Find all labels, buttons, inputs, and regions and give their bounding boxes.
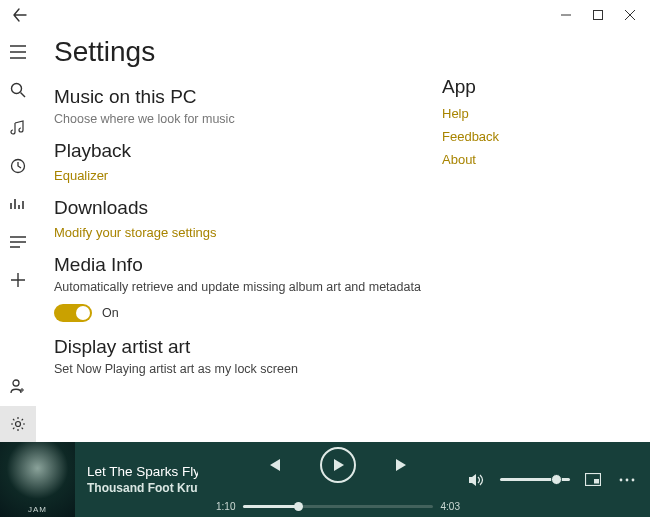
next-button[interactable] xyxy=(390,454,412,476)
section-artistart-body: Set Now Playing artist art as my lock sc… xyxy=(54,362,422,376)
previous-button[interactable] xyxy=(264,454,286,476)
play-icon xyxy=(331,458,345,472)
person-icon xyxy=(10,378,26,394)
svg-point-9 xyxy=(620,478,623,481)
sidebar-my-music[interactable] xyxy=(0,110,36,146)
sidebar xyxy=(0,30,36,442)
section-mediainfo-body: Automatically retrieve and update missin… xyxy=(54,280,422,294)
sidebar-search[interactable] xyxy=(0,72,36,108)
titlebar xyxy=(0,0,650,30)
search-icon xyxy=(10,82,26,98)
svg-point-11 xyxy=(632,478,635,481)
feedback-link[interactable]: Feedback xyxy=(442,129,632,144)
section-playback-head: Playback xyxy=(54,140,422,162)
time-total: 4:03 xyxy=(441,501,460,512)
sidebar-now-playing[interactable] xyxy=(0,186,36,222)
play-button[interactable] xyxy=(320,447,356,483)
equalizer-link[interactable]: Equalizer xyxy=(54,168,422,183)
time-elapsed: 1:10 xyxy=(216,501,235,512)
svg-rect-1 xyxy=(594,11,603,20)
bars-icon xyxy=(10,197,26,211)
svg-line-3 xyxy=(21,93,26,98)
fullscreen-icon xyxy=(585,473,601,486)
section-artistart-head: Display artist art xyxy=(54,336,422,358)
track-title: Let The Sparks Fly xyxy=(87,464,198,479)
mediainfo-toggle-label: On xyxy=(102,306,119,320)
app-section-head: App xyxy=(442,76,632,98)
progress-slider[interactable] xyxy=(243,505,432,508)
section-music-head: Music on this PC xyxy=(54,86,422,108)
album-art[interactable] xyxy=(0,442,75,517)
gear-icon xyxy=(10,416,26,432)
track-artist: Thousand Foot Krutch xyxy=(87,481,198,495)
volume-button[interactable] xyxy=(466,469,488,491)
section-mediainfo-head: Media Info xyxy=(54,254,422,276)
sidebar-playlists[interactable] xyxy=(0,224,36,260)
maximize-button[interactable] xyxy=(582,0,614,30)
help-link[interactable]: Help xyxy=(442,106,632,121)
svg-point-10 xyxy=(626,478,629,481)
section-music-sub: Choose where we look for music xyxy=(54,112,422,126)
fullscreen-button[interactable] xyxy=(582,469,604,491)
svg-rect-8 xyxy=(594,479,599,484)
settings-app-column: App Help Feedback About xyxy=(442,36,632,442)
about-link[interactable]: About xyxy=(442,152,632,167)
sidebar-recent[interactable] xyxy=(0,148,36,184)
volume-slider[interactable] xyxy=(500,478,570,481)
skip-forward-icon xyxy=(392,457,410,473)
minimize-button[interactable] xyxy=(550,0,582,30)
sidebar-hamburger[interactable] xyxy=(0,34,36,70)
storage-settings-link[interactable]: Modify your storage settings xyxy=(54,225,422,240)
skip-back-icon xyxy=(266,457,284,473)
clock-icon xyxy=(10,158,26,174)
now-playing-bar: Let The Sparks Fly Thousand Foot Krutch … xyxy=(0,442,650,517)
svg-point-2 xyxy=(12,84,22,94)
back-button[interactable] xyxy=(4,0,36,30)
more-icon xyxy=(619,478,635,482)
sidebar-account[interactable] xyxy=(0,368,36,404)
mediainfo-toggle[interactable] xyxy=(54,304,92,322)
more-button[interactable] xyxy=(616,469,638,491)
svg-point-5 xyxy=(13,380,19,386)
close-button[interactable] xyxy=(614,0,646,30)
settings-main-column: Settings Music on this PC Choose where w… xyxy=(54,36,422,442)
volume-icon xyxy=(468,472,486,488)
sidebar-new-playlist[interactable] xyxy=(0,262,36,298)
plus-icon xyxy=(10,272,26,288)
playlist-icon xyxy=(10,235,26,249)
section-downloads-head: Downloads xyxy=(54,197,422,219)
page-title: Settings xyxy=(54,36,422,68)
svg-point-6 xyxy=(16,422,21,427)
sidebar-settings[interactable] xyxy=(0,406,36,442)
music-note-icon xyxy=(10,120,26,136)
